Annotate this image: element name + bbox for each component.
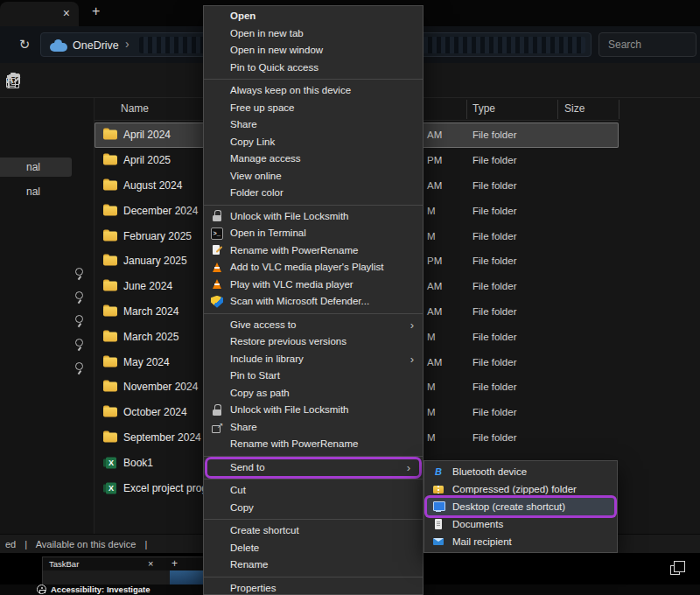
menu-item-label: Always keep on this device xyxy=(230,85,351,95)
menu-item[interactable]: Rename with PowerRename › xyxy=(204,436,423,453)
menu-item[interactable]: Share › xyxy=(204,419,423,437)
menu-item[interactable]: Add to VLC media player's Playlist › xyxy=(204,259,423,276)
delete-icon xyxy=(4,71,23,90)
menu-item[interactable]: Copy as path › xyxy=(204,385,423,402)
date-modified-fragment: AM xyxy=(427,281,442,291)
menu-item-label: Folder color xyxy=(230,187,284,198)
date-modified-fragment: AM xyxy=(427,130,442,140)
menu-item-label: Scan with Microsoft Defender... xyxy=(230,296,369,306)
menu-item-label: Properties xyxy=(230,583,276,593)
menu-item[interactable]: Folder color › xyxy=(204,185,423,202)
menu-item[interactable]: Unlock with File Locksmith › xyxy=(204,402,423,419)
file-type: File folder xyxy=(472,256,517,266)
explorer-tab[interactable]: × xyxy=(0,2,79,26)
stacked-windows-icon[interactable] xyxy=(670,565,680,575)
menu-item[interactable]: Pin to Start › xyxy=(204,368,423,385)
sidebar-item[interactable]: nal xyxy=(0,158,72,177)
menu-item[interactable]: Give access to › xyxy=(204,317,423,334)
menu-item[interactable]: Share › xyxy=(204,116,423,134)
new-tab-button[interactable]: + xyxy=(92,4,100,19)
date-modified-fragment: AM xyxy=(427,357,442,368)
menu-item[interactable]: View online › xyxy=(204,168,423,186)
toolbar-button[interactable] xyxy=(0,68,26,93)
menu-item[interactable]: Open in new tab › xyxy=(204,25,423,43)
menu-item[interactable]: Cut › xyxy=(204,482,423,500)
menu-item[interactable]: Unlock with File Locksmith › xyxy=(204,208,423,226)
accessibility-label[interactable]: Accessibility: Investigate xyxy=(51,584,150,595)
submenu-item[interactable]: Compressed (zipped) folder xyxy=(424,480,617,498)
submenu-item[interactable]: Bluetooth device xyxy=(424,463,617,480)
file-type: File folder xyxy=(472,332,517,342)
folder-icon xyxy=(103,356,117,368)
menu-item[interactable]: Send to › xyxy=(207,459,419,477)
close-tab-icon[interactable]: × xyxy=(63,6,70,20)
submenu-item-label: Compressed (zipped) folder xyxy=(452,484,577,494)
preview-close-tab-icon[interactable]: × xyxy=(148,558,153,569)
file-name: June 2024 xyxy=(123,280,172,292)
column-header-size[interactable]: Size xyxy=(564,102,584,115)
menu-item[interactable]: Manage access › xyxy=(204,150,423,168)
search-box[interactable] xyxy=(598,32,696,57)
menu-item-label: Copy xyxy=(230,502,254,513)
file-name: November 2024 xyxy=(123,381,198,393)
status-divider: | xyxy=(144,539,147,550)
pin-icon xyxy=(74,361,86,375)
submenu-item[interactable]: Desktop (create shortcut) xyxy=(427,498,614,515)
menu-item[interactable]: Scan with Microsoft Defender... › xyxy=(204,293,423,311)
date-modified-fragment: PM xyxy=(427,155,442,165)
date-modified-fragment: M xyxy=(427,231,436,242)
submenu-item[interactable]: Mail recipient xyxy=(424,533,617,550)
file-explorer-window: × + ↻ OneDrive › xyxy=(0,0,700,595)
menu-item[interactable]: Play with VLC media player › xyxy=(204,276,423,294)
menu-section: Always keep on this device › Free up spa… xyxy=(204,79,423,202)
menu-item-label: Copy as path xyxy=(230,388,290,398)
menu-item-label: Create shortcut xyxy=(230,525,299,536)
menu-item[interactable]: Always keep on this device › xyxy=(204,82,423,100)
file-type: File folder xyxy=(472,357,517,368)
menu-item[interactable]: Create shortcut › xyxy=(204,522,423,540)
file-type: File folder xyxy=(472,180,517,191)
breadcrumb-onedrive[interactable]: OneDrive xyxy=(73,38,119,53)
menu-item[interactable]: Copy Link › xyxy=(204,134,423,151)
menu-item[interactable]: Restore previous versions › xyxy=(204,333,423,351)
preview-content xyxy=(43,570,170,585)
menu-item[interactable]: Include in library › xyxy=(204,351,423,368)
refresh-icon[interactable]: ↻ xyxy=(14,34,35,55)
menu-item[interactable]: Pin to Quick access › xyxy=(204,60,423,77)
file-type: File folder xyxy=(472,231,517,242)
menu-item[interactable]: Open in Terminal › xyxy=(204,225,423,242)
folder-icon xyxy=(103,130,117,141)
search-input[interactable] xyxy=(599,33,696,56)
menu-item-label: View online xyxy=(230,171,282,181)
menu-section: Properties › xyxy=(204,577,423,595)
menu-section: Open › Open in new tab › Open in new win… xyxy=(204,8,423,76)
column-header-name[interactable]: Name xyxy=(121,102,149,115)
sidebar-item-label: nal xyxy=(26,161,40,173)
date-modified-fragment: M xyxy=(427,332,436,342)
menu-item[interactable]: Rename with PowerRename › xyxy=(204,242,423,260)
menu-item-label: Pin to Start xyxy=(230,370,280,381)
menu-item[interactable]: Open › xyxy=(204,8,423,25)
breadcrumb-chevron-icon: › xyxy=(125,37,130,51)
menu-item[interactable]: Delete › xyxy=(204,540,423,557)
menu-item-label: Open xyxy=(230,10,256,21)
menu-item[interactable]: Properties › xyxy=(204,580,423,595)
file-name: March 2025 xyxy=(123,331,178,343)
preview-new-tab-icon[interactable]: + xyxy=(172,557,178,570)
menu-item[interactable]: Copy › xyxy=(204,500,423,517)
column-header-type[interactable]: Type xyxy=(472,102,495,115)
menu-item[interactable]: Rename › xyxy=(204,556,423,574)
menu-item[interactable]: Open in new window › xyxy=(204,42,423,60)
menu-item[interactable]: Free up space › xyxy=(204,100,423,117)
file-type: File folder xyxy=(472,382,517,392)
file-name: February 2025 xyxy=(123,230,192,242)
folder-icon xyxy=(103,305,117,317)
lock-icon xyxy=(211,404,223,416)
sidebar-item[interactable]: nal xyxy=(0,182,72,201)
status-availability: Available on this device xyxy=(36,539,136,550)
folder-icon xyxy=(103,256,117,267)
file-type: File folder xyxy=(472,432,517,443)
taskbar-window-preview[interactable]: TaskBar × + xyxy=(42,556,229,586)
vlc-icon xyxy=(211,278,223,290)
submenu-item[interactable]: Documents xyxy=(424,515,617,533)
